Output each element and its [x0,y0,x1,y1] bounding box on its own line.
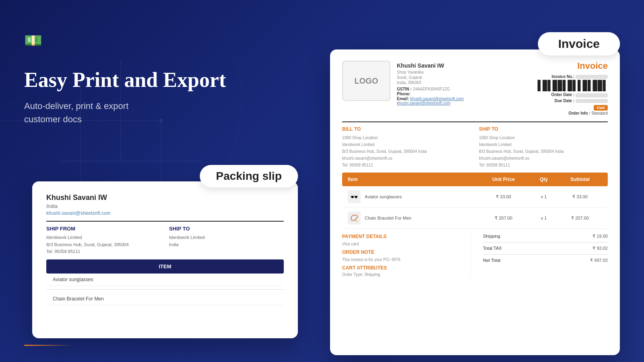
inv-ship-to-values: 1080 Shop Location Identiwork Limited B/… [479,134,608,169]
inv-ship-line3: khushi.savani@sheetsnft.us [479,156,529,160]
inv-col-qty: Qty [530,177,558,182]
ps-divider-top [46,221,284,222]
main-title: Easy Print and Export [24,68,250,91]
inv-gstin-value: 24AADFK6940F1ZG [413,87,450,91]
inv-no-blurred [576,75,608,79]
inv-bill-ship: BILL TO 1080 Shop Location Identiwork Li… [342,126,608,169]
inv-shipping-label: Shipping [483,234,500,239]
inv-col-item: Item [348,177,477,182]
inv-row-2: 📿 Chain Bracelet For Men ₹ 207.00 x 1 ₹ … [342,208,608,229]
inv-status-badge: Paid [594,105,608,111]
inv-order-date-row: Order Date : [519,93,608,97]
inv-cart-attrs-label: CART ATTRIBUTES [342,265,466,271]
inv-order-note-label: ORDER NOTE [342,249,466,255]
inv-phone-label: Phone: [397,92,411,96]
invoice-card: LOGO Khushi Savani IW Shop Yavanika Sura… [330,49,620,355]
invoice-meta: Invoice Invoice No.: ▌▊▌▊▊▌▊▌▌▊▌▊▊▌ Orde… [519,61,608,117]
inv-payment-divider-2 [483,254,608,255]
inv-row-2-qty: x 1 [530,216,558,220]
invoice-company: Khushi Savani IW Shop Yavanika Surat, Gu… [397,61,513,117]
inv-line2: Surat, Gujarat [397,75,513,80]
inv-line3: India, 395003 [397,80,513,85]
inv-bill-line3: khushi.savani@sheetsnft.us [342,156,392,160]
inv-email-value: khushi.savani@sheetsnft.com [410,97,464,101]
inv-no-label: Invoice No.: [552,74,575,79]
inv-bill-to-label: BILL TO [342,126,471,132]
inv-order-info-label: Order Info : [568,111,590,115]
inv-net-total-label: Net Total [483,258,500,263]
inv-line1: Shop Yavanika [397,70,513,74]
inv-payment-details-value: Visa card [342,242,466,246]
invoice-top: LOGO Khushi Savani IW Shop Yavanika Sura… [342,61,608,117]
inv-company-name: Khushi Savani IW [397,62,513,69]
inv-bill-line1: Identiwork Limited [342,142,375,147]
ps-divider-1 [46,289,284,290]
inv-row-1-price: ₹ 33.00 [477,194,530,200]
invoice-container: Invoice LOGO Khushi Savani IW Shop Yavan… [330,32,620,350]
ps-item-2: Chain Bracelet For Men [46,293,284,305]
left-panel: 💵 Easy Print and Export Auto-deliver, pr… [24,32,250,126]
inv-no-row: Invoice No.: [519,74,608,79]
inv-bill-line4: Tel: 99358 85111 [342,163,373,167]
inv-tax-row: Total TAX ₹ 93.02 [483,246,608,251]
inv-row-1-thumb: 🕶️ [348,190,361,203]
app-icon: 💵 [24,32,48,56]
inv-order-note-value: This invoice is for your PO: 4976 [342,257,466,262]
inv-cart-attrs-value: Order Type: Shipping [342,272,466,277]
inv-payment-right: Shipping ₹ 19.00 Total TAX ₹ 93.02 Net T… [479,234,608,277]
inv-order-info-row: Order Info : Standard [519,111,608,115]
inv-row-1-qty: x 1 [530,194,558,199]
inv-barcode-row: ▌▊▌▊▊▌▊▌▌▊▌▊▊▌ [519,80,608,91]
inv-payment-section: PAYMENT DETAILS Visa card ORDER NOTE Thi… [342,234,608,277]
inv-row-1: 🕶️ Aviator sunglasses ₹ 33.00 x 1 ₹ 33.0… [342,186,608,208]
inv-title: Invoice [519,61,608,71]
packing-slip-container: Packing slip Khushi Savani IW India khus… [32,165,298,338]
packing-slip-pill: Packing slip [200,165,298,187]
inv-net-total-row: Net Total ₹ 497.02 [483,258,608,263]
inv-row-1-name: Aviator sunglasses [365,194,402,199]
inv-row-2-price: ₹ 207.00 [477,216,530,221]
inv-barcode: ▌▊▌▊▊▌▊▌▌▊▌▊▊▌ [538,80,608,91]
ps-ship-from-address: B/3 Business Hub, Surat, Gujarat, 395004 [46,241,161,249]
inv-row-1-name-cell: 🕶️ Aviator sunglasses [348,190,477,203]
inv-shipping-value: ₹ 19.00 [592,234,608,239]
ps-ship-section: SHIP FROM Identiwork Limited B/3 Busines… [46,226,284,255]
inv-payment-divider-1 [483,242,608,243]
ps-ship-to-company: Identiwork Limited [169,234,284,241]
inv-due-date-label: Due Date : [555,99,574,103]
inv-shipping-row: Shipping ₹ 19.00 [483,234,608,239]
inv-bill-to-values: 1080 Shop Location Identiwork Limited B/… [342,134,471,169]
inv-ship-to-label: SHIP TO [479,126,608,132]
inv-gstin-label: GSTIN : [397,87,412,91]
inv-col-price: Unit Price [477,177,530,182]
inv-row-2-subtotal: ₹ 207.00 [558,216,602,221]
inv-bill-line2: B/3 Business Hub, Surat, Gujarat, 395004… [342,149,427,154]
inv-col-subtotal: Subtotal [558,177,602,182]
packing-slip-card: Khushi Savani IW India khushi.savani@she… [32,181,298,338]
ps-ship-from-label: SHIP FROM [46,226,161,232]
ps-ship-from-company: Identiwork Limited [46,234,161,241]
inv-ship-line1: Identiwork Limited [479,142,512,147]
inv-row-2-name-cell: 📿 Chain Bracelet For Men [348,212,477,224]
inv-table-header: Item Unit Price Qty Subtotal [342,173,608,186]
inv-net-total-value: ₹ 497.02 [590,258,608,263]
invoice-logo: LOGO [342,61,390,101]
inv-bill-line0: 1080 Shop Location [342,136,378,140]
subtitle: Auto-deliver, print & exportcustomer doc… [24,99,250,126]
inv-website: khushi.savani@sheetsnft.com [397,101,513,105]
inv-payment-left: PAYMENT DETAILS Visa card ORDER NOTE Thi… [342,234,471,277]
bottom-accent [24,345,72,346]
inv-phone-row: Phone: [397,91,513,96]
inv-gstin-row: GSTIN : 24AADFK6940F1ZG [397,86,513,91]
ps-item-header: ITEM [46,259,284,274]
inv-due-date-row: Due Date : [519,99,608,103]
ps-ship-to-label: SHIP TO [169,226,284,232]
ps-ship-to-country: India [169,241,284,249]
inv-tax-label: Total TAX [483,246,502,251]
inv-order-info-value: Standard [591,111,608,115]
inv-ship-line0: 1080 Shop Location [479,136,515,140]
ps-link: khushi.savani@sheetsnft.com [46,210,284,216]
invoice-pill: Invoice [538,32,620,56]
ps-ship-from-tel: Tel: 99358 85111 [46,248,161,255]
inv-email-label: Email: [397,97,409,101]
